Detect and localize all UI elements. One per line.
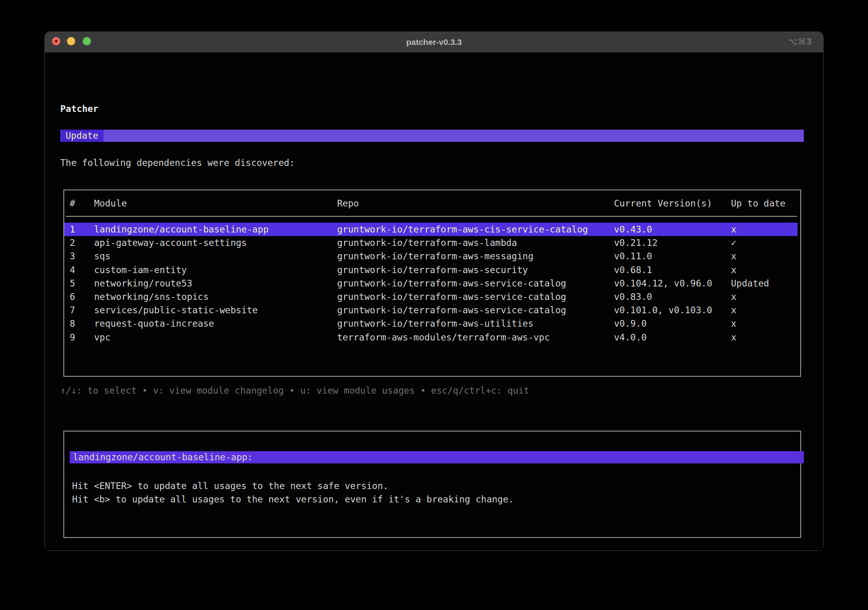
cell-repo: gruntwork-io/terraform-aws-cis-service-c…	[337, 223, 588, 236]
table-row[interactable]: 3sqsgruntwork-io/terraform-aws-messaging…	[64, 249, 798, 263]
col-header-module: Module	[94, 197, 127, 210]
cell-num: 3	[70, 249, 75, 263]
cell-status: x	[731, 263, 736, 277]
cell-versions: v0.21.12	[614, 236, 658, 249]
cell-repo: gruntwork-io/terraform-aws-service-catal…	[337, 290, 566, 303]
cell-module: services/public-static-website	[94, 303, 258, 317]
table-row[interactable]: 9vpcterraform-aws-modules/terraform-aws-…	[64, 331, 798, 344]
col-header-repo: Repo	[337, 197, 359, 210]
cell-status: x	[731, 317, 736, 330]
terminal-content: Patcher Update The following dependencie…	[45, 52, 823, 550]
table-header: # Module Repo Current Version(s) Up to d…	[64, 197, 800, 210]
intro-text: The following dependencies were discover…	[60, 156, 295, 169]
detail-panel: landingzone/account-baseline-app: Hit <E…	[63, 431, 801, 538]
cell-num: 7	[70, 303, 75, 317]
cell-repo: gruntwork-io/terraform-aws-lambda	[337, 236, 517, 249]
cell-module: request-quota-increase	[94, 317, 214, 330]
table-row[interactable]: 2api-gateway-account-settingsgruntwork-i…	[64, 236, 798, 249]
hint-enter: Hit <ENTER> to update all usages to the …	[72, 479, 388, 493]
cell-num: 1	[70, 223, 75, 236]
col-header-versions: Current Version(s)	[614, 197, 712, 210]
selected-module-bar: landingzone/account-baseline-app:	[70, 451, 804, 463]
tab-bar: Update	[60, 130, 804, 142]
table-row[interactable]: 7services/public-static-websitegruntwork…	[64, 303, 798, 317]
cell-status: Updated	[731, 277, 769, 290]
cell-versions: v0.104.12, v0.96.0	[614, 277, 712, 290]
cell-status: x	[731, 249, 736, 263]
title-bar[interactable]: patcher-v0.3.3 ⌥⌘3	[45, 32, 823, 53]
cell-repo: gruntwork-io/terraform-aws-utilities	[337, 317, 534, 330]
dependency-table: # Module Repo Current Version(s) Up to d…	[63, 190, 801, 377]
cell-status: x	[731, 290, 736, 303]
page-title: Patcher	[60, 102, 98, 115]
cell-module: networking/sns-topics	[94, 290, 209, 303]
cell-num: 2	[70, 236, 75, 249]
table-row[interactable]: 1landingzone/account-baseline-appgruntwo…	[64, 223, 798, 236]
table-row[interactable]: 8request-quota-increasegruntwork-io/terr…	[64, 317, 798, 330]
cell-repo: gruntwork-io/terraform-aws-security	[337, 263, 528, 277]
cell-repo: gruntwork-io/terraform-aws-messaging	[337, 249, 534, 263]
cell-module: sqs	[94, 249, 111, 263]
window-title: patcher-v0.3.3	[45, 32, 823, 52]
cell-repo: gruntwork-io/terraform-aws-service-catal…	[337, 277, 566, 290]
hint-breaking: Hit <b> to update all usages to the next…	[72, 493, 514, 506]
cell-num: 9	[70, 331, 75, 344]
table-row[interactable]: 5networking/route53gruntwork-io/terrafor…	[64, 277, 798, 290]
cell-status: x	[731, 331, 736, 344]
table-rows: 1landingzone/account-baseline-appgruntwo…	[64, 223, 800, 344]
cell-versions: v4.0.0	[614, 331, 647, 344]
cell-repo: terraform-aws-modules/terraform-aws-vpc	[337, 331, 550, 344]
col-header-num: #	[70, 197, 75, 210]
help-bar: ↑/↓: to select • v: view module changelo…	[60, 384, 529, 397]
header-separator	[66, 216, 797, 217]
table-row[interactable]: 4custom-iam-entitygruntwork-io/terraform…	[64, 263, 798, 277]
cell-status: ✓	[731, 236, 736, 249]
cell-num: 5	[70, 277, 75, 290]
cell-versions: v0.83.0	[614, 290, 652, 303]
cell-num: 8	[70, 317, 75, 330]
cell-module: landingzone/account-baseline-app	[94, 223, 269, 236]
table-row[interactable]: 6networking/sns-topicsgruntwork-io/terra…	[64, 290, 798, 303]
cell-versions: v0.68.1	[614, 263, 652, 277]
col-header-up-to-date: Up to date	[731, 197, 785, 210]
cell-repo: gruntwork-io/terraform-aws-service-catal…	[337, 303, 566, 317]
tab-update[interactable]: Update	[60, 130, 104, 142]
cell-status: x	[731, 223, 736, 236]
app-window: patcher-v0.3.3 ⌥⌘3 Patcher Update The fo…	[45, 32, 823, 551]
cell-module: vpc	[94, 331, 111, 344]
cell-versions: v0.11.0	[614, 249, 652, 263]
cell-module: custom-iam-entity	[94, 263, 187, 277]
cell-versions: v0.9.0	[614, 317, 647, 330]
cell-status: x	[731, 303, 736, 317]
cell-module: api-gateway-account-settings	[94, 236, 247, 249]
cell-module: networking/route53	[94, 277, 192, 290]
cell-num: 4	[70, 263, 75, 277]
cell-versions: v0.43.0	[614, 223, 652, 236]
cell-versions: v0.101.0, v0.103.0	[614, 303, 712, 317]
window-shortcut-badge: ⌥⌘3	[788, 32, 812, 52]
cell-num: 6	[70, 290, 75, 303]
